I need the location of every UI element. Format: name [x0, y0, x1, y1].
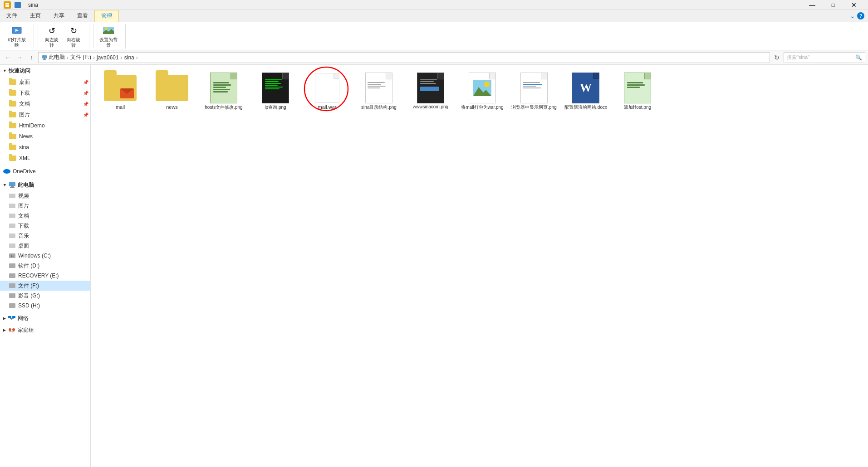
file-item-news[interactable]: news	[147, 69, 197, 113]
docx-icon-area: W	[568, 72, 604, 104]
sidebar-drive-music[interactable]: 音乐	[0, 231, 90, 241]
sidebar-drive-c[interactable]: C Windows (C:)	[0, 251, 90, 261]
refresh-button[interactable]: ↻	[772, 53, 782, 63]
sidebar-item-pics[interactable]: 图片 📌	[0, 109, 90, 120]
sidebar-drive-video[interactable]: 视频	[0, 191, 90, 201]
sidebar-item-docs[interactable]: 文档 📌	[0, 98, 90, 109]
help-button[interactable]: ?	[857, 12, 864, 19]
homegroup-label: 家庭组	[18, 326, 34, 334]
ribbon-group-setas: 设置为背景	[97, 24, 126, 49]
file-item-ip[interactable]: ip查询.png	[250, 69, 300, 113]
sidebar-drive-d[interactable]: 软件 (D:)	[0, 261, 90, 271]
file-item-mail[interactable]: mail	[95, 69, 145, 113]
file-item-docx[interactable]: W 配置新浪的网站.docx	[561, 69, 611, 113]
sidebar-drive-h[interactable]: SSD (H:)	[0, 301, 90, 311]
rotate-left-btn[interactable]: ↺ 向左旋转	[42, 23, 62, 49]
homegroup-item[interactable]: ▶ 家庭组	[0, 324, 90, 336]
sidebar-drive-e[interactable]: RECOVERY (E:)	[0, 271, 90, 281]
mail-folder-label: mail	[116, 104, 125, 110]
rotate-left-label: 向左旋转	[43, 37, 60, 48]
sidebar-item-download[interactable]: 下载 📌	[0, 88, 90, 98]
pin-download[interactable]: 📌	[83, 91, 88, 96]
drive-music-label: 音乐	[18, 232, 29, 240]
path-pc: 此电脑	[49, 54, 65, 61]
ip-file-icon	[262, 73, 289, 103]
network-item[interactable]: ▶ 网络	[0, 312, 90, 324]
tab-manage[interactable]: 管理	[94, 10, 119, 22]
files-grid: mail news	[95, 69, 863, 113]
computer-icon	[41, 54, 48, 61]
address-path[interactable]: 此电脑 › 文件 (F:) › java0601 › sina ›	[38, 52, 770, 63]
svg-rect-12	[9, 182, 15, 186]
mailpack-label: 将mail打包为war.png	[461, 104, 503, 111]
tab-share[interactable]: 共享	[47, 10, 71, 22]
minimize-button[interactable]: —	[802, 0, 823, 10]
drive-video-label: 视频	[18, 192, 29, 200]
sidebar-drive-docs[interactable]: 文档	[0, 211, 90, 221]
forward-button[interactable]: →	[15, 53, 25, 63]
pin-pics[interactable]: 📌	[83, 112, 88, 117]
svg-point-20	[12, 328, 15, 331]
addhost-icon-area	[619, 72, 656, 104]
setwallpaper-btn[interactable]: 设置为背景	[97, 23, 120, 49]
hosts-label: hosts文件修改.png	[205, 104, 242, 111]
file-item-mailwar[interactable]: mail.war	[302, 69, 352, 113]
tab-home[interactable]: 主页	[24, 10, 47, 22]
svg-rect-13	[11, 186, 14, 187]
sidebar-docs-label: 文档	[19, 100, 30, 108]
thispc-heading[interactable]: ▼ 此电脑	[0, 179, 90, 191]
sidebar-item-sina[interactable]: sina	[0, 142, 90, 153]
sidebar-item-desktop[interactable]: 桌面 📌	[0, 77, 90, 88]
sidebar-drive-g[interactable]: 影音 (G:)	[0, 291, 90, 301]
tab-file[interactable]: 文件	[0, 10, 24, 22]
sidebar-drive-f[interactable]: 文件 (F:)	[0, 281, 90, 291]
sidebar-item-news[interactable]: News	[0, 131, 90, 142]
ribbon-btns-slideshow: 幻灯片放映	[5, 23, 28, 49]
quick-access-label: 快速访问	[9, 67, 30, 75]
back-button[interactable]: ←	[3, 53, 13, 63]
pin-desktop[interactable]: 📌	[83, 80, 88, 85]
rotate-right-btn[interactable]: ↻ 向右旋转	[64, 23, 83, 49]
xml-folder-icon	[9, 156, 16, 161]
svg-point-24	[484, 82, 490, 87]
quick-access-heading[interactable]: ▼ 快速访问	[0, 65, 90, 77]
drive-f-icon	[9, 283, 15, 288]
file-item-hosts[interactable]: hosts文件修改.png	[199, 69, 249, 113]
mailpack-icon-area	[464, 72, 500, 104]
homegroup-icon	[8, 327, 16, 333]
sidebar-drive-desktopfolder[interactable]: 桌面	[0, 241, 90, 251]
pics-drive-icon	[9, 204, 15, 208]
setwallpaper-label: 设置为背景	[98, 37, 118, 48]
file-item-addhost[interactable]: 添加Host.png	[613, 69, 662, 113]
docs-drive-icon	[9, 214, 15, 218]
app-icon	[4, 1, 11, 9]
restore-button[interactable]: □	[823, 0, 843, 10]
sidebar-drive-download[interactable]: 下载	[0, 221, 90, 231]
drive-pics-label: 图片	[18, 202, 29, 210]
file-item-sinadir[interactable]: sina目录结构.png	[354, 69, 404, 113]
ribbon-collapse[interactable]: ⌄	[850, 12, 855, 19]
video-icon	[9, 194, 15, 198]
file-item-browser[interactable]: 浏览器中显示网页.png	[509, 69, 559, 113]
ribbon-group-rotate: ↺ 向左旋转 ↻ 向右旋转	[42, 24, 89, 49]
up-button[interactable]: ↑	[26, 53, 36, 63]
search-box[interactable]: 搜索"sina" 🔍	[784, 52, 865, 63]
drive-e-icon	[9, 273, 15, 278]
slideshow-btn[interactable]: 幻灯片放映	[5, 23, 28, 49]
svg-rect-14	[10, 187, 15, 188]
rotate-left-icon: ↺	[44, 24, 59, 37]
file-item-mailpack[interactable]: 将mail打包为war.png	[457, 69, 507, 113]
tab-view[interactable]: 查看	[71, 10, 94, 22]
sidebar-item-xml[interactable]: XML	[0, 153, 90, 164]
svg-point-11	[3, 169, 10, 174]
sidebar-drive-pics[interactable]: 图片	[0, 201, 90, 211]
path-sina: sina	[124, 54, 134, 61]
pin-docs[interactable]: 📌	[83, 102, 88, 107]
drive-docs-label: 文档	[18, 212, 29, 220]
sidebar-item-htmldemo[interactable]: HtmlDemo	[0, 120, 90, 131]
onedrive-item[interactable]: OneDrive	[0, 165, 90, 177]
sidebar-download-label: 下载	[19, 89, 30, 97]
network-icon	[8, 316, 16, 321]
file-item-www[interactable]: wwwsinacom.png	[406, 69, 456, 113]
close-button[interactable]: ✕	[843, 0, 864, 10]
